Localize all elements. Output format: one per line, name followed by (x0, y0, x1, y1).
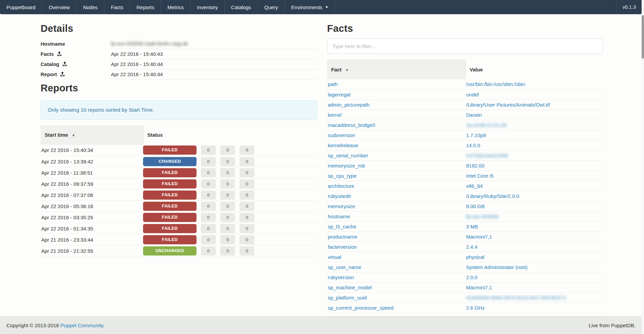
navbar-item[interactable]: Catalogs (225, 0, 258, 14)
navbar-item[interactable]: Query (258, 0, 285, 14)
fact-row: rubysitedir /Library/Ruby/Site/2.0.0 (327, 191, 603, 201)
fact-name-link[interactable]: sp_current_processor_speed (328, 305, 393, 311)
fact-row: sp_l3_cache 3 MB (327, 221, 603, 231)
fact-name-link[interactable]: sp_user_name (328, 264, 361, 270)
fact-row: macaddress_bridge0 3a:c9:86:22:01:00 (327, 120, 603, 130)
navbar-item-environments[interactable]: Environments (285, 0, 335, 14)
fact-name-link[interactable]: kernel (328, 112, 342, 118)
report-count-box: 0 (220, 235, 235, 244)
main-content: Details Hostname fp-osx-003056.mpib-b (0, 14, 644, 313)
details-row: Catalog Apr 22 2016 - 15:40:44 (41, 59, 317, 69)
fact-name-link[interactable]: path (328, 81, 338, 87)
report-count-box: 0 (239, 191, 254, 200)
navbar-brand[interactable]: Puppetboard (0, 0, 42, 14)
fact-value-link[interactable]: 8192.00 (466, 163, 484, 169)
fact-name-link[interactable]: rubysitedir (328, 193, 351, 199)
fact-name-link[interactable]: sudoversion (328, 132, 355, 138)
fact-value-link[interactable]: 41A00045-6084-5970-8114-A01730C9CE72 (466, 295, 566, 300)
fact-name-link[interactable]: productname (328, 234, 358, 240)
fact-value-link[interactable]: 8.00 GB (466, 203, 485, 209)
reports-header-row: Start time ▾ Status (41, 125, 317, 145)
fact-name-link[interactable]: memorysize_mb (328, 163, 365, 169)
fact-name-link[interactable]: sp_serial_number (328, 153, 368, 158)
fact-value-link[interactable]: 14.5.0 (466, 142, 480, 148)
fact-name-link[interactable]: architecture (328, 183, 354, 189)
fact-value-link[interactable]: fp-osx-003056 (466, 214, 499, 219)
node-details-column: Details Hostname fp-osx-003056.mpib-b (41, 23, 317, 313)
fact-value-link[interactable]: /Library/Ruby/Site/2.0.0 (466, 193, 519, 199)
fact-name-link[interactable]: facterversion (328, 244, 357, 250)
column-header-value[interactable]: Value (465, 60, 603, 79)
fact-value-link[interactable]: Intel Core i5 (466, 173, 493, 179)
fact-value-link[interactable]: System Administrator (root) (466, 264, 528, 270)
fact-value-link[interactable]: 3 MB (466, 224, 478, 229)
puppet-community-link[interactable]: Puppet Community (61, 322, 103, 328)
fact-name-link[interactable]: lagerregal (328, 92, 350, 97)
report-row: Apr 22 2016 - 09:37:59 FAILED 0 0 0 (41, 178, 317, 190)
fact-value-link[interactable]: 2.0.0 (466, 274, 477, 280)
reports-info-alert: Only showing 10 reports sorted by Start … (41, 101, 317, 120)
fact-value-link[interactable]: Darwin (466, 112, 482, 118)
details-title: Details (41, 23, 317, 34)
fact-name-link[interactable]: kernelrelease (328, 142, 358, 148)
fact-row: sp_cpu_type Intel Core i5 (327, 171, 603, 181)
fact-value-link[interactable]: 3a:c9:86:22:01:00 (466, 122, 507, 128)
reports-title: Reports (41, 83, 317, 94)
fact-value-link[interactable]: 2.4.4 (466, 244, 477, 250)
navbar-item[interactable]: Nodes (76, 0, 104, 14)
fact-row: sp_machine_model Macmini7,1 (327, 282, 603, 292)
navbar-item[interactable]: Overview (42, 0, 77, 14)
fact-name-link[interactable]: memorysize (328, 203, 355, 209)
fact-name-link[interactable]: sp_machine_model (328, 285, 372, 290)
fact-name-link[interactable]: sp_cpu_type (328, 173, 356, 179)
fact-value-link[interactable]: 1.7.10p9 (466, 132, 486, 138)
fact-name-link[interactable]: macaddress_bridge0 (328, 122, 375, 128)
report-count-box: 0 (220, 224, 235, 233)
column-header-start-time[interactable]: Start time ▾ (41, 125, 143, 145)
facts-column: Facts Fact ▾ Value path (327, 23, 603, 313)
fact-name-link[interactable]: admin_picturepath (328, 102, 369, 108)
fact-row: lagerregal undef (327, 89, 603, 99)
navbar-item[interactable]: Reports (130, 0, 161, 14)
report-count-box: 0 (239, 157, 254, 166)
scrollbar[interactable] (642, 0, 644, 334)
column-header-status[interactable]: Status (143, 125, 317, 145)
scrollbar-thumb[interactable] (642, 15, 644, 59)
report-status-badge: FAILED (143, 168, 197, 177)
fact-value-link[interactable]: C07QN1AAG1HW (466, 153, 508, 158)
fact-name-link[interactable]: rubyversion (328, 274, 354, 280)
fact-value-link[interactable]: /Library/User Pictures/Animals/Owl.tif (466, 102, 550, 108)
fact-name-link[interactable]: virtual (328, 254, 341, 260)
fact-value-link[interactable]: 2.6 GHz (466, 305, 485, 311)
details-value: Apr 22 2016 - 15:40:44 (111, 71, 163, 77)
fact-name-link[interactable]: sp_l3_cache (328, 224, 356, 229)
upload-icon (60, 71, 65, 76)
navbar-item[interactable]: Inventory (190, 0, 225, 14)
fact-value-link[interactable]: x86_64 (466, 183, 483, 189)
column-header-fact[interactable]: Fact ▾ (327, 60, 465, 79)
fact-value-link[interactable]: undef (466, 92, 479, 97)
report-count-box: 0 (220, 179, 235, 188)
fact-row: hostname fp-osx-003056 (327, 211, 603, 221)
fact-name-link[interactable]: hostname (328, 214, 350, 219)
report-count-box: 0 (239, 202, 254, 211)
report-count-box: 0 (201, 179, 216, 188)
fact-name-link[interactable]: sp_platform_uuid (328, 295, 367, 300)
fact-value-link[interactable]: Macmini7,1 (466, 234, 492, 240)
version-badge: v0.1.3 (617, 0, 642, 14)
report-start-time: Apr 21 2016 - 21:32:55 (41, 245, 143, 257)
navbar-item[interactable]: Metrics (161, 0, 190, 14)
sort-desc-icon: ▾ (72, 133, 74, 138)
facts-filter-input[interactable] (327, 39, 603, 54)
fact-row: kernelrelease 14.5.0 (327, 140, 603, 150)
report-count-box: 0 (201, 213, 216, 222)
report-count-box: 0 (239, 179, 254, 188)
facts-title: Facts (327, 23, 603, 34)
fact-row: virtual physical (327, 252, 603, 262)
report-start-time: Apr 22 2016 - 09:37:59 (41, 178, 143, 190)
fact-value-link[interactable]: /usr/bin:/bin:/usr/sbin:/sbin (466, 81, 525, 87)
fact-value-link[interactable]: Macmini7,1 (466, 285, 492, 290)
navbar-item[interactable]: Facts (105, 0, 130, 14)
fact-value-link[interactable]: physical (466, 254, 484, 260)
report-status-badge: FAILED (143, 235, 197, 244)
